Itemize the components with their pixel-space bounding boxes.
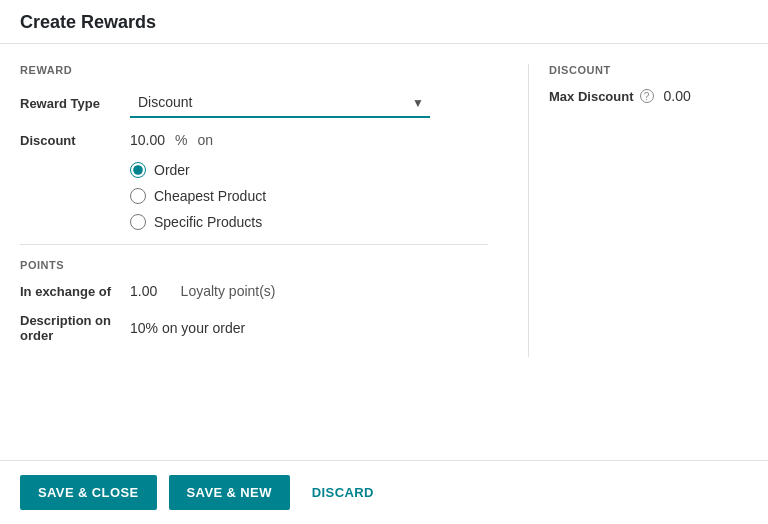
discount-value: 10.00 bbox=[130, 132, 165, 148]
in-exchange-value: 1.00 bbox=[130, 283, 157, 299]
radio-order-label: Order bbox=[154, 162, 190, 178]
radio-option-specific[interactable]: Specific Products bbox=[130, 214, 488, 230]
max-discount-label: Max Discount bbox=[549, 89, 634, 104]
reward-section-header: REWARD bbox=[20, 64, 488, 76]
radio-option-cheapest[interactable]: Cheapest Product bbox=[130, 188, 488, 204]
radio-order[interactable] bbox=[130, 162, 146, 178]
reward-type-select[interactable]: Discount bbox=[130, 88, 430, 118]
save-new-button[interactable]: SAVE & NEW bbox=[169, 475, 290, 510]
discount-target-radio-group: Order Cheapest Product Specific Products bbox=[130, 162, 488, 230]
loyalty-text: Loyalty point(s) bbox=[181, 283, 276, 299]
radio-cheapest-label: Cheapest Product bbox=[154, 188, 266, 204]
discount-on: on bbox=[198, 132, 214, 148]
in-exchange-label: In exchange of bbox=[20, 284, 130, 299]
radio-cheapest[interactable] bbox=[130, 188, 146, 204]
discard-button[interactable]: DISCARD bbox=[302, 475, 384, 510]
discount-label: Discount bbox=[20, 133, 130, 148]
description-label: Description on order bbox=[20, 313, 130, 343]
radio-specific-label: Specific Products bbox=[154, 214, 262, 230]
page-title: Create Rewards bbox=[20, 12, 748, 33]
max-discount-tooltip-icon[interactable]: ? bbox=[640, 89, 654, 103]
radio-option-order[interactable]: Order bbox=[130, 162, 488, 178]
max-discount-value: 0.00 bbox=[664, 88, 691, 104]
discount-section-header: DISCOUNT bbox=[549, 64, 748, 76]
footer: SAVE & CLOSE SAVE & NEW DISCARD bbox=[0, 460, 768, 524]
save-close-button[interactable]: SAVE & CLOSE bbox=[20, 475, 157, 510]
radio-specific[interactable] bbox=[130, 214, 146, 230]
points-section-header: POINTS bbox=[20, 259, 488, 271]
reward-type-label: Reward Type bbox=[20, 96, 130, 111]
discount-unit: % bbox=[175, 132, 187, 148]
description-value: 10% on your order bbox=[130, 320, 245, 336]
